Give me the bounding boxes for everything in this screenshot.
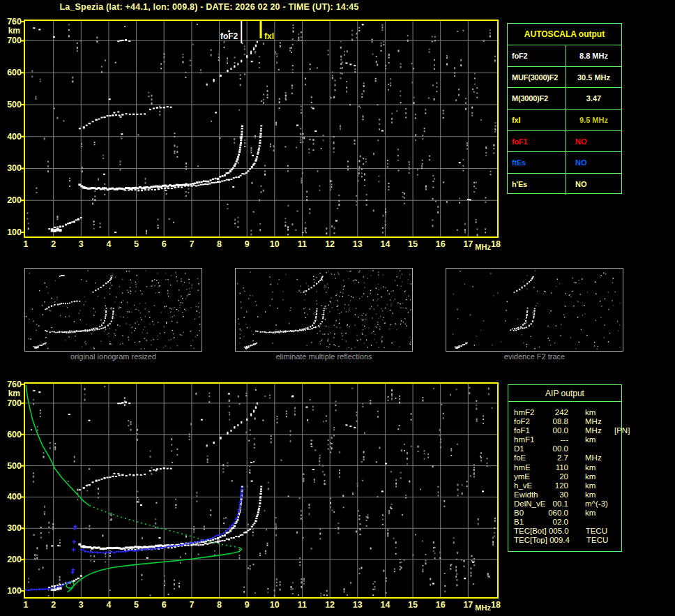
thumbnail-eliminate-reflections-image (236, 269, 412, 351)
aip-label: hmE (514, 463, 546, 472)
fxI-marker-label: fxI (264, 31, 274, 41)
svg-text:500: 500 (7, 100, 22, 110)
aip-unit: TECU (586, 536, 616, 545)
svg-text:7: 7 (189, 239, 194, 249)
aip-value: 120 (546, 481, 568, 490)
aip-label: foE (514, 453, 546, 463)
aip-row-delnve: DelN_vE00.1m^(-3) (514, 499, 621, 509)
svg-text:4: 4 (106, 239, 111, 249)
aip-row-ewidth: Ewidth30km (514, 490, 621, 499)
aip-unit (585, 444, 614, 453)
svg-text:MHz: MHz (475, 603, 491, 612)
thumbnail-evidence-f2-image (446, 269, 623, 351)
background-noise (26, 24, 496, 236)
top-ionogram-plot: 760700600500400300200100km12345678910111… (0, 0, 502, 262)
thumbnail-caption-evidence: evidence F2 trace (446, 352, 623, 361)
aip-extra (614, 490, 621, 499)
thumbnail-noise (453, 271, 621, 350)
plot-frame (24, 383, 498, 598)
autoscala-row-fof2: foF28.8 MHz (508, 45, 621, 66)
aip-label: foF1 (514, 426, 546, 435)
aip-label: h_vE (514, 481, 546, 490)
parameter-label: h'Es (508, 174, 566, 195)
aip-extra (614, 453, 621, 463)
aip-extra (616, 536, 621, 545)
thumbnail-noise (237, 270, 411, 350)
aip-row-hme: hmE110km (514, 463, 621, 472)
aip-unit: m^(-3) (585, 499, 614, 509)
aip-row-hmf1: hmF1---km (514, 435, 621, 444)
aip-value: 242 (546, 408, 568, 417)
aip-row-yme: ymE20km (514, 472, 621, 481)
aip-row-hmf2: hmF2242km (514, 408, 621, 417)
autoscala-table-title: AUTOSCALA output (508, 24, 621, 45)
autoscala-output-table: AUTOSCALA output foF28.8 MHzMUF(3000)F23… (507, 23, 622, 194)
aip-value: 02.0 (546, 518, 568, 527)
svg-text:16: 16 (436, 239, 446, 249)
svg-text:760: 760 (7, 380, 22, 389)
svg-text:6: 6 (162, 600, 167, 610)
aip-row-b0: B0060.0km (514, 509, 621, 518)
svg-text:700: 700 (7, 36, 22, 45)
aip-value: 00.1 (546, 499, 568, 509)
svg-text:7: 7 (189, 600, 194, 610)
aip-row-fof1: foF100.0MHz[PN] (514, 426, 621, 435)
svg-text:18: 18 (491, 600, 501, 610)
parameter-label: M(3000)F2 (508, 88, 566, 109)
parameter-value: 30.5 MHz (566, 67, 621, 88)
ionogram-white-traces (33, 390, 384, 591)
thumbnail-noise (26, 271, 201, 350)
parameter-value: 8.8 MHz (566, 45, 621, 66)
aip-table-rows: hmF2242kmfoF208.8MHzfoF100.0MHz[PN]hmF1-… (508, 402, 621, 545)
aip-unit: MHz (585, 453, 614, 463)
aip-value: 00.0 (546, 426, 568, 435)
bottom-ionogram-plot: 760700600500400300200100km12345678910111… (0, 375, 502, 616)
x-axis-labels: 123456789101112131415161718MHz (24, 239, 501, 251)
autoscala-table-rows: foF28.8 MHzMUF(3000)F230.5 MHzM(3000)F23… (508, 45, 621, 195)
svg-text:8: 8 (217, 600, 222, 610)
aip-label: hmF1 (514, 435, 546, 444)
svg-text:11: 11 (298, 239, 307, 249)
svg-text:300: 300 (7, 523, 22, 533)
svg-text:km: km (8, 389, 20, 398)
aip-extra (614, 408, 621, 417)
aip-extra (615, 527, 621, 536)
aip-label: B0 (514, 509, 546, 518)
svg-text:10: 10 (270, 239, 280, 249)
foF2-marker-label: foF2 (220, 31, 238, 41)
aip-unit: km (585, 435, 614, 444)
thumbnail-caption-eliminate: eliminate multiple reflections (235, 352, 413, 361)
electron-density-profile-green (26, 385, 241, 592)
autoscala-app: La_Spezia (lat: +44.1, lon: 009.8) - DAT… (0, 0, 675, 616)
svg-text:8: 8 (217, 239, 222, 249)
y-axis-labels: 760700600500400300200100km (7, 17, 22, 237)
aip-extra (614, 509, 621, 518)
aip-extra (614, 463, 621, 472)
aip-value: --- (546, 435, 568, 444)
aip-label: D1 (514, 444, 546, 453)
thumbnail-original-ionogram (24, 268, 202, 352)
svg-text:600: 600 (7, 68, 22, 77)
svg-text:11: 11 (298, 600, 307, 610)
parameter-value: NO (566, 174, 621, 195)
aip-unit: TECU (586, 527, 615, 536)
svg-text:300: 300 (7, 163, 22, 173)
svg-text:9: 9 (245, 239, 250, 249)
autoscala-row-m3000f2: M(3000)F23.47 (508, 87, 621, 109)
x-axis-labels: 123456789101112131415161718MHz (24, 600, 501, 612)
parameter-value: 9.5 MHz (566, 110, 621, 130)
svg-text:10: 10 (270, 600, 280, 610)
svg-text:4: 4 (106, 600, 111, 610)
aip-label: foF2 (514, 417, 546, 426)
aip-label: B1 (514, 518, 546, 527)
svg-text:200: 200 (7, 195, 22, 205)
parameter-label: foF1 (508, 131, 566, 152)
aip-unit: km (585, 408, 614, 417)
svg-text:1: 1 (24, 600, 29, 610)
aip-value: 060.0 (546, 509, 568, 518)
parameter-label: fxI (508, 110, 566, 130)
thumbnail-caption-original: original ionogram resized (24, 352, 202, 361)
parameter-value: 3.47 (566, 88, 621, 109)
svg-text:3: 3 (79, 600, 84, 610)
svg-text:6: 6 (162, 239, 167, 249)
